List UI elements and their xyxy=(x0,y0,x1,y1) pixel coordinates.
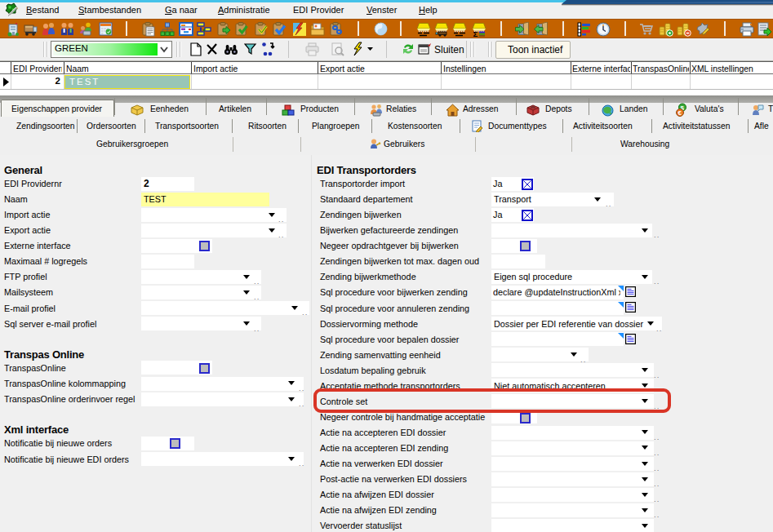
svg-text:Σ: Σ xyxy=(473,29,478,38)
svg-text:€: € xyxy=(678,109,682,117)
